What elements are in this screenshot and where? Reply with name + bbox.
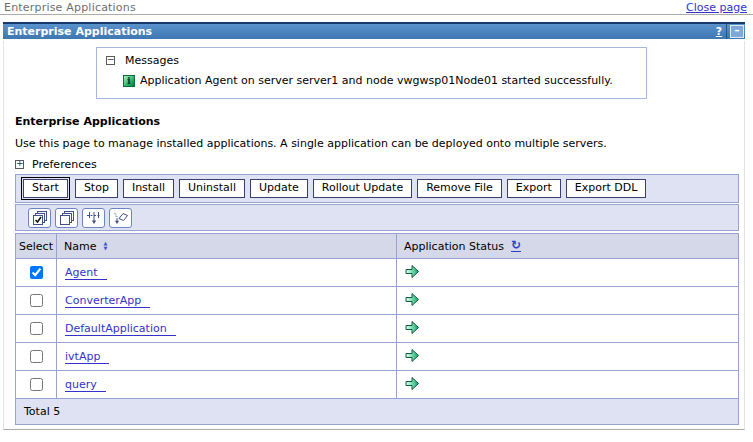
breadcrumb: Enterprise Applications bbox=[4, 1, 136, 14]
table-row: Agent bbox=[16, 259, 739, 287]
app-link[interactable]: query bbox=[65, 378, 106, 392]
status-started-icon bbox=[405, 376, 420, 394]
table-row: query bbox=[16, 371, 739, 399]
message-text: Application Agent on server server1 and … bbox=[140, 74, 613, 87]
action-button-bar: Start Stop Install Uninstall Update Roll… bbox=[15, 174, 739, 203]
breadcrumb-bar: Enterprise Applications Close page bbox=[0, 0, 753, 15]
column-header-name: Name bbox=[57, 234, 397, 259]
status-started-icon bbox=[405, 264, 420, 282]
export-ddl-button[interactable]: Export DDL bbox=[566, 179, 647, 198]
messages-title: Messages bbox=[125, 54, 179, 67]
app-link[interactable]: DefaultApplication bbox=[65, 322, 176, 336]
refresh-status-icon[interactable] bbox=[511, 240, 521, 252]
remove-file-button[interactable]: Remove File bbox=[417, 179, 502, 198]
sort-icon[interactable] bbox=[103, 241, 107, 251]
row-checkbox[interactable] bbox=[30, 294, 43, 307]
content-pane: Messages i Application Agent on server s… bbox=[3, 41, 745, 430]
app-link[interactable]: Agent bbox=[65, 266, 107, 280]
minimize-icon[interactable]: – bbox=[730, 25, 744, 38]
panel-title: Enterprise Applications bbox=[3, 25, 712, 39]
status-started-icon bbox=[405, 320, 420, 338]
table-row: DefaultApplication bbox=[16, 315, 739, 343]
applications-table: Select Name Application Status bbox=[15, 233, 739, 425]
update-button[interactable]: Update bbox=[250, 179, 308, 198]
row-checkbox[interactable] bbox=[30, 266, 43, 279]
preferences-toggle[interactable]: Preferences bbox=[15, 158, 97, 171]
table-icon-bar bbox=[15, 204, 739, 231]
column-header-status: Application Status bbox=[397, 234, 739, 259]
export-button[interactable]: Export bbox=[507, 179, 561, 198]
expand-icon[interactable] bbox=[15, 160, 24, 169]
table-row: ivtApp bbox=[16, 343, 739, 371]
info-icon: i bbox=[123, 75, 135, 87]
row-checkbox[interactable] bbox=[30, 322, 43, 335]
rollout-update-button[interactable]: Rollout Update bbox=[313, 179, 412, 198]
stop-button[interactable]: Stop bbox=[75, 179, 118, 198]
install-button[interactable]: Install bbox=[123, 179, 174, 198]
total-count: Total 5 bbox=[16, 399, 739, 425]
table-row: ConverterApp bbox=[16, 287, 739, 315]
table-header-row: Select Name Application Status bbox=[16, 234, 739, 259]
row-checkbox[interactable] bbox=[30, 350, 43, 363]
column-header-select: Select bbox=[16, 234, 57, 259]
start-button[interactable]: Start bbox=[23, 179, 68, 198]
status-started-icon bbox=[405, 292, 420, 310]
help-icon[interactable]: ? bbox=[712, 25, 726, 38]
show-filter-icon[interactable] bbox=[82, 208, 105, 228]
row-checkbox[interactable] bbox=[30, 378, 43, 391]
minimize-wrap: – bbox=[726, 24, 745, 39]
uninstall-button[interactable]: Uninstall bbox=[179, 179, 245, 198]
select-all-icon[interactable] bbox=[28, 208, 51, 228]
app-link[interactable]: ivtApp bbox=[65, 350, 109, 364]
page-heading: Enterprise Applications bbox=[15, 115, 160, 128]
table-footer-row: Total 5 bbox=[16, 399, 739, 425]
panel-titlebar: Enterprise Applications ? – bbox=[3, 22, 745, 39]
clear-filter-icon[interactable] bbox=[109, 208, 132, 228]
close-page-link[interactable]: Close page bbox=[686, 1, 747, 14]
collapse-icon[interactable] bbox=[106, 56, 115, 65]
messages-box: Messages i Application Agent on server s… bbox=[96, 47, 647, 99]
preferences-label: Preferences bbox=[32, 158, 97, 171]
status-started-icon bbox=[405, 348, 420, 366]
deselect-all-icon[interactable] bbox=[55, 208, 78, 228]
page-description: Use this page to manage installed applic… bbox=[15, 137, 607, 150]
app-link[interactable]: ConverterApp bbox=[65, 294, 150, 308]
